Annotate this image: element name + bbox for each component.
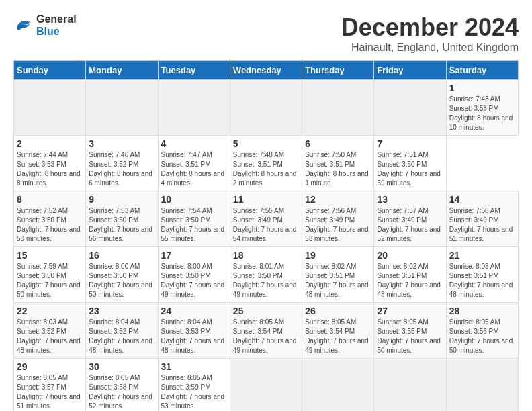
calendar-day-cell: 14 Sunrise: 7:58 AM Sunset: 3:49 PM Dayl… — [446, 191, 518, 247]
day-detail: Sunrise: 7:55 AM Sunset: 3:49 PM Dayligh… — [233, 206, 299, 244]
weekday-header: Saturday — [446, 61, 518, 80]
day-detail: Sunrise: 7:54 AM Sunset: 3:50 PM Dayligh… — [161, 206, 227, 244]
day-number: 31 — [161, 361, 227, 372]
calendar-day-cell: 24 Sunrise: 8:04 AM Sunset: 3:53 PM Dayl… — [158, 303, 230, 359]
day-detail: Sunrise: 8:05 AM Sunset: 3:54 PM Dayligh… — [305, 318, 371, 355]
day-detail: Sunrise: 8:03 AM Sunset: 3:51 PM Dayligh… — [449, 262, 515, 300]
day-detail: Sunrise: 8:02 AM Sunset: 3:51 PM Dayligh… — [305, 262, 371, 300]
day-detail: Sunrise: 8:05 AM Sunset: 3:55 PM Dayligh… — [377, 318, 443, 355]
calendar-week-row: 22 Sunrise: 8:03 AM Sunset: 3:52 PM Dayl… — [14, 303, 519, 359]
day-number: 18 — [233, 250, 299, 261]
day-number: 10 — [161, 194, 227, 205]
day-number: 12 — [305, 194, 371, 205]
title-area: December 2024 Hainault, England, United … — [341, 13, 519, 54]
calendar-day-cell: 6 Sunrise: 7:50 AM Sunset: 3:51 PM Dayli… — [302, 136, 374, 191]
day-detail: Sunrise: 8:05 AM Sunset: 3:56 PM Dayligh… — [449, 318, 515, 355]
logo-general: General — [36, 13, 77, 25]
day-detail: Sunrise: 8:05 AM Sunset: 3:58 PM Dayligh… — [89, 373, 154, 411]
day-number: 26 — [305, 306, 371, 316]
day-number: 28 — [449, 306, 515, 316]
day-detail: Sunrise: 7:48 AM Sunset: 3:51 PM Dayligh… — [233, 150, 299, 188]
day-detail: Sunrise: 7:44 AM Sunset: 3:53 PM Dayligh… — [17, 150, 83, 188]
logo: General Blue — [13, 13, 77, 38]
weekday-header: Friday — [374, 61, 446, 80]
calendar-day-cell: 26 Sunrise: 8:05 AM Sunset: 3:54 PM Dayl… — [302, 303, 374, 359]
logo-blue: Blue — [36, 26, 60, 37]
calendar-week-row: 2 Sunrise: 7:44 AM Sunset: 3:53 PM Dayli… — [14, 136, 519, 191]
subtitle: Hainault, England, United Kingdom — [341, 42, 519, 54]
day-number: 8 — [17, 194, 83, 205]
calendar-day-cell: 27 Sunrise: 8:05 AM Sunset: 3:55 PM Dayl… — [374, 303, 446, 359]
calendar-day-cell — [302, 359, 374, 412]
calendar-day-cell: 8 Sunrise: 7:52 AM Sunset: 3:50 PM Dayli… — [14, 191, 86, 247]
day-number: 9 — [89, 194, 154, 205]
day-number: 22 — [17, 306, 83, 316]
day-number: 15 — [17, 250, 83, 261]
day-detail: Sunrise: 7:56 AM Sunset: 3:49 PM Dayligh… — [305, 206, 371, 244]
day-detail: Sunrise: 7:59 AM Sunset: 3:50 PM Dayligh… — [17, 262, 83, 300]
day-number: 1 — [449, 83, 515, 93]
day-number: 14 — [449, 194, 515, 205]
day-number: 27 — [377, 306, 443, 316]
calendar-day-cell: 4 Sunrise: 7:47 AM Sunset: 3:51 PM Dayli… — [158, 136, 230, 191]
day-detail: Sunrise: 8:00 AM Sunset: 3:50 PM Dayligh… — [89, 262, 154, 300]
weekday-header: Monday — [86, 61, 158, 80]
calendar-week-row: 15 Sunrise: 7:59 AM Sunset: 3:50 PM Dayl… — [14, 247, 519, 303]
calendar-day-cell: 25 Sunrise: 8:05 AM Sunset: 3:54 PM Dayl… — [230, 303, 302, 359]
calendar-day-cell: 31 Sunrise: 8:05 AM Sunset: 3:59 PM Dayl… — [158, 359, 230, 412]
day-detail: Sunrise: 7:47 AM Sunset: 3:51 PM Dayligh… — [161, 150, 227, 188]
day-detail: Sunrise: 7:46 AM Sunset: 3:52 PM Dayligh… — [89, 150, 154, 188]
day-detail: Sunrise: 8:03 AM Sunset: 3:52 PM Dayligh… — [17, 318, 83, 355]
calendar-week-row: 1 Sunrise: 7:43 AM Sunset: 3:53 PM Dayli… — [14, 80, 519, 136]
calendar-day-cell: 3 Sunrise: 7:46 AM Sunset: 3:52 PM Dayli… — [86, 136, 158, 191]
day-detail: Sunrise: 8:01 AM Sunset: 3:50 PM Dayligh… — [233, 262, 299, 300]
day-detail: Sunrise: 7:53 AM Sunset: 3:50 PM Dayligh… — [89, 206, 154, 244]
day-detail: Sunrise: 7:43 AM Sunset: 3:53 PM Dayligh… — [449, 95, 515, 132]
main-title: December 2024 — [341, 13, 519, 42]
calendar-day-cell: 17 Sunrise: 8:00 AM Sunset: 3:50 PM Dayl… — [158, 247, 230, 303]
calendar-day-cell — [230, 359, 302, 412]
day-detail: Sunrise: 8:04 AM Sunset: 3:53 PM Dayligh… — [161, 318, 227, 355]
day-detail: Sunrise: 8:05 AM Sunset: 3:57 PM Dayligh… — [17, 373, 83, 411]
day-number: 24 — [161, 306, 227, 316]
day-detail: Sunrise: 8:00 AM Sunset: 3:50 PM Dayligh… — [161, 262, 227, 300]
calendar-week-row: 29 Sunrise: 8:05 AM Sunset: 3:57 PM Dayl… — [14, 359, 519, 412]
calendar-day-cell — [374, 80, 446, 136]
calendar-day-cell: 13 Sunrise: 7:57 AM Sunset: 3:49 PM Dayl… — [374, 191, 446, 247]
day-number: 7 — [377, 138, 443, 149]
calendar-day-cell — [86, 80, 158, 136]
calendar-day-cell: 21 Sunrise: 8:03 AM Sunset: 3:51 PM Dayl… — [446, 247, 518, 303]
calendar-day-cell: 22 Sunrise: 8:03 AM Sunset: 3:52 PM Dayl… — [14, 303, 86, 359]
calendar-day-cell — [14, 80, 86, 136]
weekday-header-row: SundayMondayTuesdayWednesdayThursdayFrid… — [14, 61, 519, 80]
calendar-day-cell — [446, 359, 518, 412]
weekday-header: Thursday — [302, 61, 374, 80]
calendar-day-cell: 2 Sunrise: 7:44 AM Sunset: 3:53 PM Dayli… — [14, 136, 86, 191]
logo-text: General Blue — [36, 13, 77, 38]
calendar-day-cell: 12 Sunrise: 7:56 AM Sunset: 3:49 PM Dayl… — [302, 191, 374, 247]
calendar-day-cell: 9 Sunrise: 7:53 AM Sunset: 3:50 PM Dayli… — [86, 191, 158, 247]
calendar-day-cell: 30 Sunrise: 8:05 AM Sunset: 3:58 PM Dayl… — [86, 359, 158, 412]
day-number: 30 — [89, 361, 154, 372]
calendar-day-cell: 28 Sunrise: 8:05 AM Sunset: 3:56 PM Dayl… — [446, 303, 518, 359]
day-number: 23 — [89, 306, 154, 316]
day-number: 11 — [233, 194, 299, 205]
calendar-day-cell: 15 Sunrise: 7:59 AM Sunset: 3:50 PM Dayl… — [14, 247, 86, 303]
day-number: 16 — [89, 250, 154, 261]
day-number: 25 — [233, 306, 299, 316]
day-detail: Sunrise: 7:50 AM Sunset: 3:51 PM Dayligh… — [305, 150, 371, 188]
calendar-day-cell: 19 Sunrise: 8:02 AM Sunset: 3:51 PM Dayl… — [302, 247, 374, 303]
day-number: 13 — [377, 194, 443, 205]
day-detail: Sunrise: 7:51 AM Sunset: 3:50 PM Dayligh… — [377, 150, 443, 188]
weekday-header: Tuesday — [158, 61, 230, 80]
day-detail: Sunrise: 7:58 AM Sunset: 3:49 PM Dayligh… — [449, 206, 515, 244]
day-detail: Sunrise: 8:05 AM Sunset: 3:59 PM Dayligh… — [161, 373, 227, 411]
logo-bird-icon — [13, 15, 34, 36]
day-detail: Sunrise: 7:57 AM Sunset: 3:49 PM Dayligh… — [377, 206, 443, 244]
calendar-day-cell — [374, 359, 446, 412]
calendar-week-row: 8 Sunrise: 7:52 AM Sunset: 3:50 PM Dayli… — [14, 191, 519, 247]
calendar-day-cell: 7 Sunrise: 7:51 AM Sunset: 3:50 PM Dayli… — [374, 136, 446, 191]
day-number: 20 — [377, 250, 443, 261]
day-detail: Sunrise: 8:05 AM Sunset: 3:54 PM Dayligh… — [233, 318, 299, 355]
calendar-day-cell: 16 Sunrise: 8:00 AM Sunset: 3:50 PM Dayl… — [86, 247, 158, 303]
